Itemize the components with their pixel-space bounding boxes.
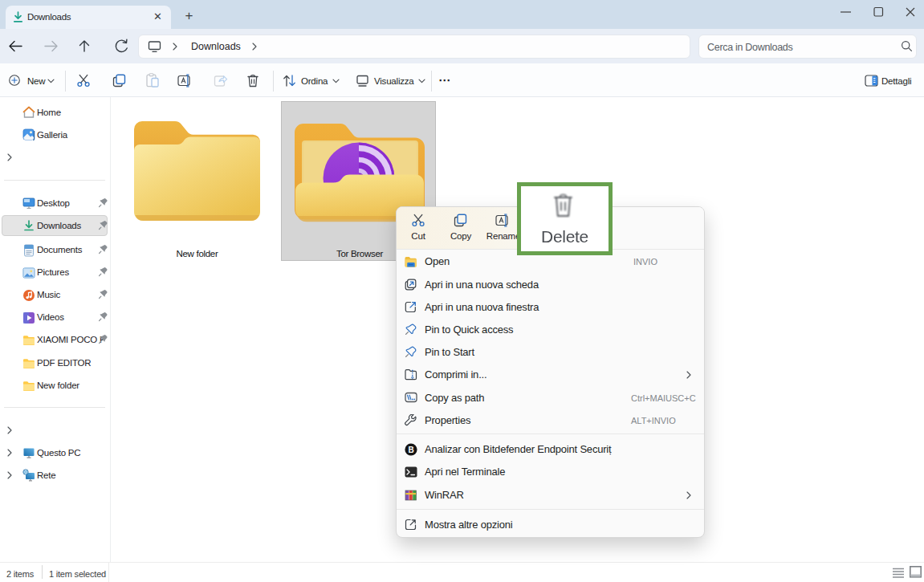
svg-text:B: B — [408, 446, 413, 454]
